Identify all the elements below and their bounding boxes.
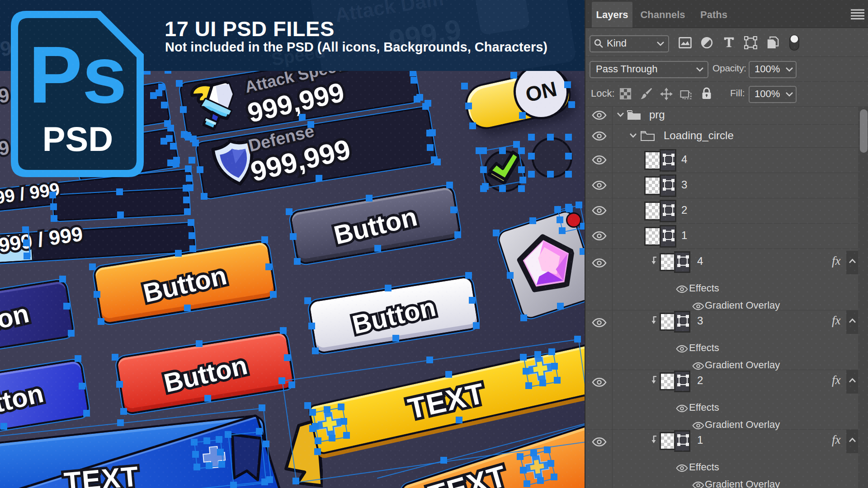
svg-text:Button: Button	[0, 298, 32, 346]
svg-text:Button: Button	[331, 202, 420, 250]
svg-text:PSD: PSD	[42, 120, 113, 158]
svg-text:Button: Button	[140, 260, 229, 308]
svg-text:Button: Button	[0, 378, 46, 426]
svg-text:Button: Button	[161, 350, 250, 398]
svg-text:Button: Button	[349, 292, 439, 339]
svg-text:Ps: Ps	[28, 30, 127, 120]
svg-text:999 / 999: 999 / 999	[0, 222, 84, 257]
svg-text:9: 9	[0, 84, 11, 107]
svg-text:9: 9	[0, 136, 11, 160]
